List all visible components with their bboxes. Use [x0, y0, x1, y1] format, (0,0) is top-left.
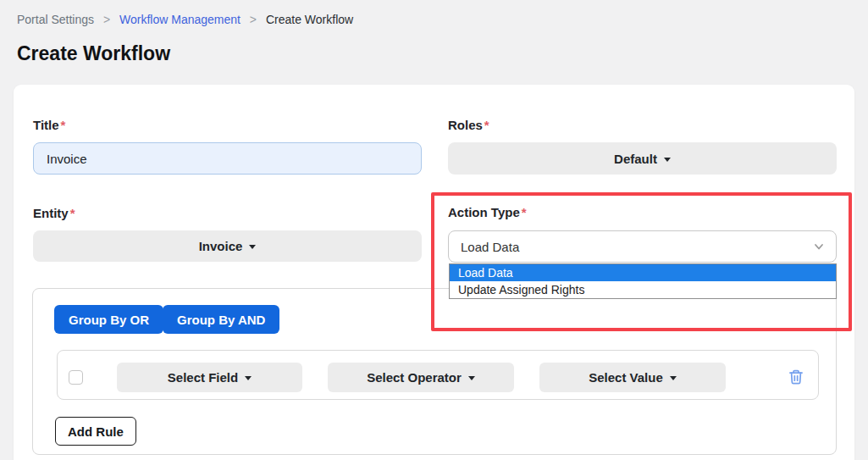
caret-down-icon [468, 376, 475, 380]
select-value-dropdown-button[interactable]: Select Value [539, 363, 726, 392]
dropdown-option-update-assigned-rights[interactable]: Update Assigned Rights [450, 281, 836, 298]
breadcrumb-workflow-management[interactable]: Workflow Management [119, 13, 240, 26]
action-type-select[interactable]: Load Data [448, 230, 837, 263]
page-title: Create Workflow [17, 42, 170, 65]
caret-down-icon [249, 245, 256, 249]
trash-icon [788, 369, 804, 385]
breadcrumb-create-workflow: Create Workflow [266, 13, 353, 26]
entity-dropdown-button[interactable]: Invoice [33, 230, 422, 262]
action-type-label: Action Type* [448, 205, 527, 219]
required-asterisk: * [70, 206, 75, 220]
roles-dropdown-button[interactable]: Default [448, 142, 837, 175]
select-field-dropdown-button[interactable]: Select Field [117, 363, 302, 392]
breadcrumb-portal-settings[interactable]: Portal Settings [17, 13, 94, 26]
dropdown-option-load-data[interactable]: Load Data [450, 264, 836, 281]
required-asterisk: * [484, 118, 489, 132]
required-asterisk: * [61, 118, 66, 132]
select-operator-dropdown-button[interactable]: Select Operator [328, 363, 514, 392]
caret-down-icon [245, 376, 252, 380]
group-by-or-button[interactable]: Group By OR [54, 305, 163, 334]
required-asterisk: * [522, 205, 527, 219]
breadcrumb-separator-icon: > [250, 13, 257, 26]
action-type-dropdown-list: Load Data Update Assigned Rights [449, 263, 837, 299]
entity-label: Entity* [33, 206, 75, 220]
group-by-and-button[interactable]: Group By AND [163, 305, 279, 334]
title-input[interactable] [33, 142, 422, 175]
caret-down-icon [664, 158, 671, 162]
add-rule-button[interactable]: Add Rule [55, 417, 136, 446]
roles-label: Roles* [448, 118, 489, 132]
caret-down-icon [670, 376, 677, 380]
breadcrumb: Portal Settings > Workflow Management > … [17, 13, 353, 26]
chevron-down-icon [812, 240, 826, 253]
breadcrumb-separator-icon: > [103, 13, 110, 26]
title-label: Title* [33, 118, 65, 132]
rule-checkbox[interactable] [69, 370, 83, 385]
delete-rule-button[interactable] [785, 367, 807, 389]
